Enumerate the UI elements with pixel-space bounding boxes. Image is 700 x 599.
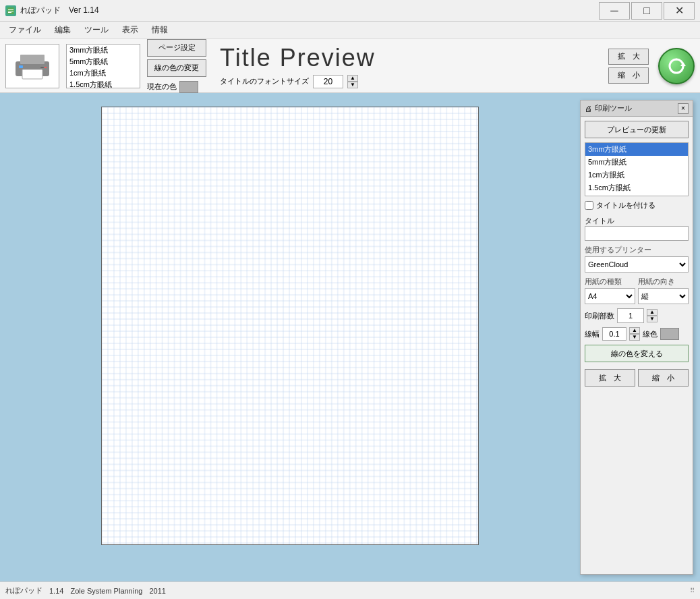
menu-view[interactable]: 表示 — [116, 22, 144, 38]
status-year: 2011 — [149, 587, 165, 595]
paper-list-item-2[interactable]: 1cm方眼紙 — [67, 67, 140, 79]
zoom-out-button[interactable]: 縮 小 — [608, 67, 649, 84]
add-title-label: タイトルを付ける — [596, 200, 655, 210]
status-company: Zole System Planning — [70, 587, 142, 595]
print-paper-item-0[interactable]: 3mm方眼紙 — [585, 143, 688, 156]
printer-select[interactable]: GreenCloud — [585, 256, 689, 273]
svg-rect-3 — [8, 12, 11, 13]
status-version: 1.14 — [49, 587, 63, 595]
copies-spinners: ▲ ▼ — [647, 309, 658, 322]
svg-rect-8 — [40, 67, 44, 68]
paper-list-item-1[interactable]: 5mm方眼紙 — [67, 56, 140, 67]
line-width-label: 線幅 — [585, 329, 600, 339]
app-icon — [5, 5, 16, 16]
font-size-spinners: ▲ ▼ — [347, 75, 358, 88]
title-bar: れぽパッド Ver 1.14 ─ □ ✕ — [0, 0, 700, 22]
grid-canvas — [102, 107, 478, 544]
toolbar: 3mm方眼紙 5mm方眼紙 1cm方眼紙 1.5cm方眼紙 3mmレポート用紙 … — [0, 39, 700, 93]
panel-title-text: 印刷ツール — [595, 103, 632, 113]
orientation-col: 用紙の向き 縦 横 — [638, 277, 689, 304]
add-title-checkbox-row: タイトルを付ける — [585, 200, 689, 210]
panel-zoom-in-button[interactable]: 拡 大 — [585, 369, 635, 387]
svg-rect-6 — [22, 69, 42, 79]
maximize-button[interactable]: □ — [631, 2, 662, 20]
title-section: タイトル — [585, 215, 689, 241]
printer-icon — [12, 49, 53, 83]
panel-title-bar: 🖨 印刷ツール × — [581, 101, 693, 117]
title-text-input[interactable] — [585, 226, 689, 241]
title-preview-section: Title Preview タイトルのフォントサイズ ▲ ▼ — [213, 44, 602, 88]
zoom-in-button[interactable]: 拡 大 — [608, 49, 649, 65]
font-size-label: タイトルのフォントサイズ — [220, 76, 309, 86]
orientation-col-label: 用紙の向き — [638, 277, 689, 287]
paper-type-col-label: 用紙の種類 — [585, 277, 635, 287]
title-bar-left: れぽパッド Ver 1.14 — [5, 5, 99, 16]
font-size-up-button[interactable]: ▲ — [347, 75, 358, 82]
svg-rect-2 — [8, 11, 13, 11]
svg-rect-1 — [8, 9, 13, 10]
printer-section: 使用するプリンター GreenCloud — [585, 245, 689, 273]
line-width-spinners: ▲ ▼ — [629, 327, 640, 341]
menu-bar: ファイル 編集 ツール 表示 情報 — [0, 22, 700, 39]
refresh-icon — [666, 55, 687, 77]
panel-body: プレビューの更新 3mm方眼紙 5mm方眼紙 1cm方眼紙 1.5cm方眼紙 3… — [581, 117, 693, 574]
line-width-down[interactable]: ▼ — [629, 334, 640, 341]
panel-zoom-out-button[interactable]: 縮 小 — [638, 369, 689, 387]
copies-up-button[interactable]: ▲ — [647, 309, 658, 316]
printer-section-label: 使用するプリンター — [585, 245, 689, 255]
refresh-button[interactable] — [658, 48, 695, 84]
add-title-checkbox[interactable] — [585, 201, 593, 210]
line-color-swatch — [660, 328, 679, 340]
line-width-input[interactable] — [602, 327, 626, 341]
title-preview-text: Title Preview — [220, 44, 602, 72]
title-bar-title: れぽパッド Ver 1.14 — [20, 5, 99, 16]
change-line-color-button[interactable]: 線の色を変える — [585, 345, 689, 362]
print-paper-item-2[interactable]: 1cm方眼紙 — [585, 169, 688, 181]
orientation-select[interactable]: 縦 横 — [638, 288, 689, 304]
current-color-swatch — [179, 81, 198, 93]
svg-rect-5 — [20, 55, 45, 64]
copies-down-button[interactable]: ▼ — [647, 316, 658, 322]
font-size-input[interactable] — [313, 75, 343, 88]
copies-input[interactable] — [617, 308, 644, 323]
toolbar-right: 拡 大 縮 小 — [608, 49, 649, 84]
status-app-name: れぽパッド — [5, 586, 42, 596]
paper-size-select[interactable]: A4 — [585, 288, 635, 304]
svg-rect-9 — [45, 67, 47, 68]
title-bar-controls: ─ □ ✕ — [599, 2, 695, 20]
font-size-down-button[interactable]: ▼ — [347, 82, 358, 88]
main-content: 🖨 印刷ツール × プレビューの更新 3mm方眼紙 5mm方眼紙 1cm方眼紙 … — [0, 93, 700, 581]
paper-list-item-3[interactable]: 1.5cm方眼紙 — [67, 79, 140, 88]
close-button[interactable]: ✕ — [664, 2, 695, 20]
paper-list-item-0[interactable]: 3mm方眼紙 — [67, 45, 140, 56]
menu-info[interactable]: 情報 — [146, 22, 174, 38]
line-width-row: 線幅 ▲ ▼ 線色 — [585, 327, 689, 341]
page-settings-button[interactable]: ページ設定 — [147, 39, 206, 57]
minimize-button[interactable]: ─ — [599, 2, 630, 20]
print-paper-item-4[interactable]: 3mmレポート用紙 — [585, 194, 688, 196]
line-width-up[interactable]: ▲ — [629, 327, 640, 334]
printer-panel-icon: 🖨 — [585, 105, 592, 113]
print-paper-item-1[interactable]: 5mm方眼紙 — [585, 156, 688, 169]
current-color-label: 現在の色 — [147, 82, 177, 92]
grid-paper — [101, 107, 479, 545]
copies-row: 印刷部数 ▲ ▼ — [585, 308, 689, 323]
menu-edit[interactable]: 編集 — [49, 22, 77, 38]
canvas-area[interactable] — [0, 93, 580, 581]
menu-file[interactable]: ファイル — [3, 22, 47, 38]
current-color-row: 現在の色 — [147, 81, 206, 93]
panel-close-button[interactable]: × — [678, 103, 689, 114]
print-paper-item-3[interactable]: 1.5cm方眼紙 — [585, 181, 688, 194]
refresh-preview-button[interactable]: プレビューの更新 — [585, 121, 689, 138]
copies-label: 印刷部数 — [585, 311, 614, 321]
title-field-label: タイトル — [585, 216, 689, 226]
panel-zoom-row: 拡 大 縮 小 — [585, 369, 689, 387]
line-color-button[interactable]: 線の色の変更 — [147, 59, 206, 77]
paper-type-list-toolbar[interactable]: 3mm方眼紙 5mm方眼紙 1cm方眼紙 1.5cm方眼紙 3mmレポート用紙 … — [66, 44, 140, 88]
menu-tools[interactable]: ツール — [78, 22, 115, 38]
font-size-row: タイトルのフォントサイズ ▲ ▼ — [220, 75, 602, 88]
line-color-label: 線色 — [643, 329, 658, 339]
resize-handle[interactable]: ⠿ — [690, 587, 695, 594]
print-paper-type-list[interactable]: 3mm方眼紙 5mm方眼紙 1cm方眼紙 1.5cm方眼紙 3mmレポート用紙 … — [585, 142, 689, 196]
paper-type-col: 用紙の種類 A4 — [585, 277, 635, 304]
